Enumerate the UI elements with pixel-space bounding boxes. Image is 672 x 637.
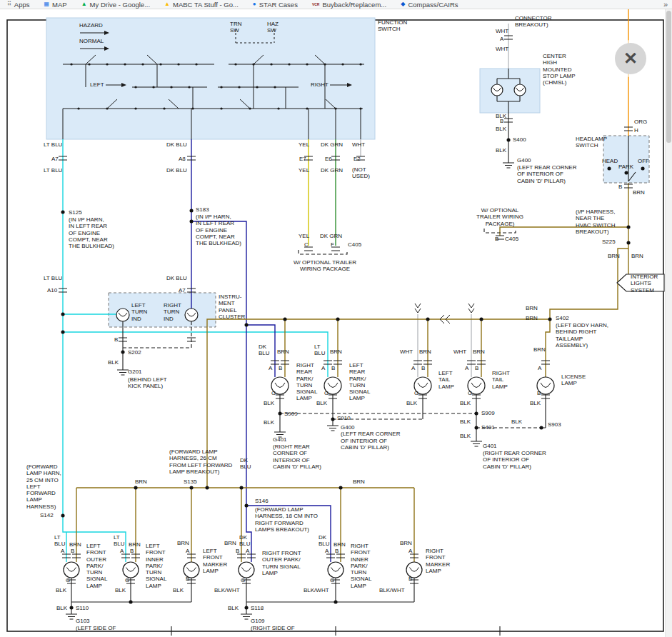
drive-favicon-icon: ▲ xyxy=(164,1,170,7)
bookmark-item[interactable]: ▦MAP xyxy=(44,1,67,9)
wire-brn xyxy=(76,183,628,562)
bookmark-label: Compass/CAIRs xyxy=(408,1,458,9)
star-cases-favicon-icon: ● xyxy=(253,1,256,7)
bookmark-item[interactable]: ◆Compass/CAIRs xyxy=(401,1,458,9)
function-switch-box xyxy=(46,18,375,139)
bookmark-label: My Drive - Google... xyxy=(90,1,150,9)
close-button[interactable]: ✕ xyxy=(615,43,646,74)
bookmark-label: STAR Cases xyxy=(259,1,298,9)
offpage-chevrons xyxy=(415,304,474,323)
wire-blk xyxy=(71,69,636,614)
bookmarks-overflow-chevron-icon[interactable]: » xyxy=(663,0,668,9)
chmsl-box xyxy=(480,69,540,113)
wiring-diagram-drawing xyxy=(0,0,672,637)
bookmark-item[interactable]: ●STAR Cases xyxy=(253,1,298,9)
ground-symbols xyxy=(66,163,514,619)
close-icon: ✕ xyxy=(623,49,638,69)
bookmark-item[interactable]: ▲My Drive - Google... xyxy=(81,1,150,9)
bookmark-label: MAP xyxy=(52,1,67,9)
bookmarks-bar: ⠿Apps▦MAP▲My Drive - Google...▲MABC TA S… xyxy=(0,0,672,9)
vcr-text-favicon-icon: VCR xyxy=(312,1,320,7)
map-favicon-icon: ▦ xyxy=(44,1,50,7)
bookmark-label: Apps xyxy=(14,1,30,9)
bookmark-item[interactable]: ▲MABC TA Stuff - Go... xyxy=(164,1,239,9)
splice-dots xyxy=(63,140,643,608)
bookmark-label: Buyback/Replacem... xyxy=(322,1,386,9)
bookmark-item[interactable]: VCRBuyback/Replacem... xyxy=(312,1,386,9)
bookmark-label: MABC TA Stuff - Go... xyxy=(173,1,239,9)
compass-favicon-icon: ◆ xyxy=(401,1,405,7)
wiring-diagram-page: HAZARDNORMALTRN SWHAZ SWFUNCTION SWITCHL… xyxy=(0,0,672,637)
wire-lt-blu xyxy=(63,139,328,562)
scrollbar-thumb[interactable] xyxy=(666,11,671,143)
drive-favicon-icon: ▲ xyxy=(81,1,87,7)
vertical-scrollbar[interactable] xyxy=(665,9,672,637)
wire-dk-blu xyxy=(191,139,331,562)
wire-blk-shared xyxy=(123,229,541,428)
apps-grid-icon: ⠿ xyxy=(7,1,11,7)
bookmark-item[interactable]: ⠿Apps xyxy=(7,1,30,9)
interior-lights-arrow xyxy=(617,274,664,291)
headlamp-switch-box xyxy=(603,136,649,183)
